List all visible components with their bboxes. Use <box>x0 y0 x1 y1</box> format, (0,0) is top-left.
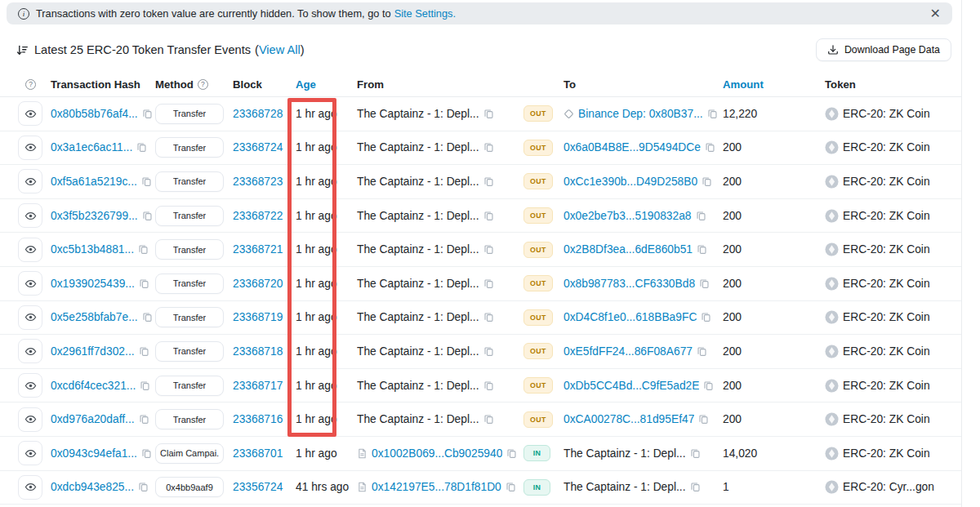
tx-hash-link[interactable]: 0x3f5b2326799... <box>51 210 138 222</box>
copy-icon[interactable] <box>483 414 494 425</box>
copy-icon[interactable] <box>483 109 494 119</box>
eye-button[interactable] <box>18 407 42 432</box>
block-link[interactable]: 23368717 <box>233 380 283 392</box>
copy-icon[interactable] <box>698 414 709 425</box>
copy-icon[interactable] <box>701 312 711 322</box>
col-age[interactable]: Age <box>296 78 357 91</box>
help-icon[interactable]: ? <box>25 79 36 90</box>
method-badge[interactable]: Transfer <box>155 409 224 429</box>
copy-icon[interactable] <box>702 176 712 187</box>
copy-icon[interactable] <box>483 380 494 391</box>
eye-button[interactable] <box>18 203 42 228</box>
from-text[interactable]: The Captainz - 1: Depl... <box>357 380 479 392</box>
copy-icon[interactable] <box>483 142 494 153</box>
eye-button[interactable] <box>18 373 42 398</box>
copy-icon[interactable] <box>138 244 149 255</box>
token-link[interactable]: ERC-20: Cyr...gon <box>843 481 934 493</box>
token-link[interactable]: ERC-20: ZK Coin <box>843 311 930 323</box>
copy-icon[interactable] <box>697 346 707 357</box>
block-link[interactable]: 23368719 <box>233 311 283 323</box>
to-text[interactable]: 0xE5fdFF24...86F08A677 <box>564 345 693 358</box>
to-text[interactable]: 0xCc1e390b...D49D258B0 <box>564 176 697 188</box>
tx-hash-link[interactable]: 0xdcb943e825... <box>51 481 134 493</box>
copy-icon[interactable] <box>699 278 710 289</box>
copy-icon[interactable] <box>483 244 494 255</box>
to-text[interactable]: 0xD4C8f1e0...618BBa9FC <box>564 311 697 323</box>
block-link[interactable]: 23368724 <box>233 141 283 153</box>
tx-hash-link[interactable]: 0xd976a20daff... <box>51 413 135 425</box>
copy-icon[interactable] <box>483 176 494 187</box>
from-text[interactable]: The Captainz - 1: Depl... <box>357 243 479 256</box>
copy-icon[interactable] <box>139 278 149 289</box>
method-badge[interactable]: Transfer <box>155 137 224 158</box>
eye-button[interactable] <box>18 136 42 160</box>
token-link[interactable]: ERC-20: ZK Coin <box>843 176 930 188</box>
to-text[interactable]: 0x8b987783...CF6330Bd8 <box>564 278 695 290</box>
method-badge[interactable]: Transfer <box>155 307 224 327</box>
copy-icon[interactable] <box>705 142 715 153</box>
block-link[interactable]: 23368718 <box>233 345 283 358</box>
from-text[interactable]: The Captainz - 1: Depl... <box>357 345 479 358</box>
copy-icon[interactable] <box>140 380 150 391</box>
copy-icon[interactable] <box>136 142 147 153</box>
copy-icon[interactable] <box>142 109 153 119</box>
token-link[interactable]: ERC-20: ZK Coin <box>843 447 930 460</box>
block-link[interactable]: 23368728 <box>233 108 283 120</box>
copy-icon[interactable] <box>690 482 701 492</box>
eye-button[interactable] <box>18 169 42 193</box>
method-badge[interactable]: Transfer <box>155 274 224 294</box>
token-link[interactable]: ERC-20: ZK Coin <box>843 413 930 425</box>
method-badge[interactable]: 0x4bb9aaf9 <box>155 477 224 497</box>
copy-icon[interactable] <box>703 380 714 391</box>
eye-button[interactable] <box>18 238 42 262</box>
copy-icon[interactable] <box>697 244 707 255</box>
to-text[interactable]: The Captainz - 1: Depl... <box>564 481 686 493</box>
to-text[interactable]: 0x2B8Df3ea...6dE860b51 <box>564 243 693 256</box>
token-link[interactable]: ERC-20: ZK Coin <box>843 141 930 153</box>
token-link[interactable]: ERC-20: ZK Coin <box>843 243 930 256</box>
method-badge[interactable]: Transfer <box>155 171 224 192</box>
copy-icon[interactable] <box>142 211 153 221</box>
copy-icon[interactable] <box>506 448 517 459</box>
copy-icon[interactable] <box>141 176 152 187</box>
from-text[interactable]: The Captainz - 1: Depl... <box>357 141 479 153</box>
site-settings-link[interactable]: Site Settings. <box>394 7 456 20</box>
to-text[interactable]: 0x6a0B4B8E...9D5494DCe <box>564 141 701 153</box>
tx-hash-link[interactable]: 0x80b58b76af4... <box>51 108 138 120</box>
from-text[interactable]: 0x1002B069...Cb9025940 <box>372 447 502 460</box>
token-link[interactable]: ERC-20: ZK Coin <box>843 380 930 392</box>
method-badge[interactable]: Transfer <box>155 376 224 396</box>
eye-button[interactable] <box>18 305 42 330</box>
eye-button[interactable] <box>18 101 42 126</box>
token-link[interactable]: ERC-20: ZK Coin <box>843 345 930 358</box>
from-text[interactable]: The Captainz - 1: Depl... <box>357 311 479 323</box>
to-text[interactable]: 0x0e2be7b3...5190832a8 <box>564 210 692 222</box>
from-text[interactable]: The Captainz - 1: Depl... <box>357 108 479 120</box>
block-link[interactable]: 23368701 <box>233 447 283 460</box>
block-link[interactable]: 23368723 <box>233 176 283 188</box>
tx-hash-link[interactable]: 0xcd6f4cec321... <box>51 380 136 392</box>
tx-hash-link[interactable]: 0x5e258bfab7e... <box>51 311 138 323</box>
method-badge[interactable]: Transfer <box>155 206 224 226</box>
to-text[interactable]: Binance Dep: 0x80B37... <box>578 108 703 120</box>
method-badge[interactable]: Transfer <box>155 104 224 124</box>
token-link[interactable]: ERC-20: ZK Coin <box>843 278 930 290</box>
method-badge[interactable]: Claim Campai... <box>155 443 224 464</box>
tx-hash-link[interactable]: 0xf5a61a5219c... <box>51 176 137 188</box>
method-badge[interactable]: Transfer <box>155 239 224 260</box>
copy-icon[interactable] <box>138 482 149 492</box>
to-text[interactable]: 0xDb5CC4Bd...C9fE5ad2E <box>564 380 699 392</box>
block-link[interactable]: 23368716 <box>233 413 283 425</box>
token-link[interactable]: ERC-20: ZK Coin <box>843 210 930 222</box>
copy-icon[interactable] <box>483 211 494 221</box>
eye-button[interactable] <box>18 271 42 296</box>
from-text[interactable]: 0x142197E5...78D1f81D0 <box>372 481 501 493</box>
download-page-data-button[interactable]: Download Page Data <box>816 38 951 61</box>
copy-icon[interactable] <box>139 346 149 357</box>
copy-icon[interactable] <box>141 448 152 459</box>
view-all-link[interactable]: View All <box>259 43 301 56</box>
copy-icon[interactable] <box>483 278 494 289</box>
tx-hash-link[interactable]: 0x3a1ec6ac11... <box>51 141 132 153</box>
copy-icon[interactable] <box>506 482 516 492</box>
tx-hash-link[interactable]: 0x2961ff7d302... <box>51 345 135 358</box>
